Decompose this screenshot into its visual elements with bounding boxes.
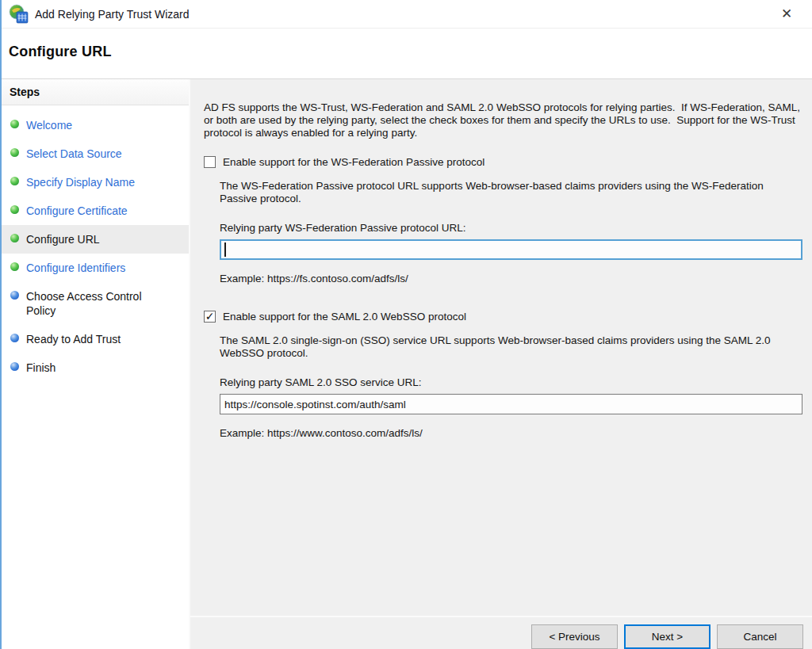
next-button[interactable]: Next > bbox=[624, 624, 710, 649]
step-label: Ready to Add Trust bbox=[26, 332, 121, 346]
saml-url-field bbox=[220, 394, 802, 414]
wsfed-url-input[interactable] bbox=[220, 239, 802, 260]
sidebar-step[interactable]: Welcome bbox=[2, 111, 189, 139]
step-bullet-icon bbox=[10, 234, 19, 242]
steps-sidebar: Steps WelcomeSelect Data SourceSpecify D… bbox=[2, 79, 190, 649]
cancel-button[interactable]: Cancel bbox=[717, 624, 803, 649]
step-bullet-icon bbox=[10, 334, 19, 342]
button-bar: < Previous Next > Cancel bbox=[190, 616, 812, 649]
saml-url-label: Relying party SAML 2.0 SSO service URL: bbox=[220, 376, 802, 388]
step-label: Specify Display Name bbox=[26, 175, 135, 189]
sidebar-step[interactable]: Choose Access Control Policy bbox=[2, 282, 189, 325]
wizard-content: AD FS supports the WS-Trust, WS-Federati… bbox=[190, 79, 812, 616]
sidebar-step[interactable]: Select Data Source bbox=[2, 139, 189, 168]
wsfed-checkbox-row[interactable]: Enable support for the WS-Federation Pas… bbox=[204, 156, 802, 168]
sidebar-step[interactable]: Specify Display Name bbox=[2, 168, 189, 197]
saml-url-input[interactable] bbox=[220, 394, 802, 414]
step-bullet-icon bbox=[10, 205, 19, 214]
steps-header: Steps bbox=[2, 79, 189, 105]
page-title: Configure URL bbox=[9, 44, 812, 60]
wsfed-url-field bbox=[220, 239, 802, 260]
sidebar-step[interactable]: Ready to Add Trust bbox=[2, 325, 189, 353]
sidebar-step[interactable]: Configure Identifiers bbox=[2, 254, 189, 282]
window-title: Add Relying Party Trust Wizard bbox=[35, 8, 190, 21]
step-label: Configure Identifiers bbox=[26, 261, 125, 275]
saml-description: The SAML 2.0 single-sign-on (SSO) servic… bbox=[220, 334, 802, 359]
step-label: Configure Certificate bbox=[26, 204, 128, 218]
saml-checkbox-row[interactable]: ✓ Enable support for the SAML 2.0 WebSSO… bbox=[204, 311, 802, 323]
step-label: Choose Access Control Policy bbox=[26, 289, 151, 318]
wsfed-checkbox[interactable] bbox=[204, 156, 216, 168]
wsfed-description: The WS-Federation Passive protocol URL s… bbox=[220, 180, 802, 204]
sidebar-step[interactable]: Configure URL bbox=[2, 225, 189, 254]
saml-checkbox-label[interactable]: Enable support for the SAML 2.0 WebSSO p… bbox=[223, 311, 466, 323]
saml-checkbox[interactable]: ✓ bbox=[204, 311, 216, 323]
step-bullet-icon bbox=[10, 120, 19, 128]
step-label: Welcome bbox=[26, 118, 72, 132]
step-bullet-icon bbox=[10, 177, 19, 185]
step-label: Configure URL bbox=[26, 232, 100, 246]
sidebar-step[interactable]: Finish bbox=[2, 353, 189, 382]
step-bullet-icon bbox=[10, 362, 19, 371]
page-header: Configure URL bbox=[2, 29, 812, 78]
intro-text: AD FS supports the WS-Trust, WS-Federati… bbox=[204, 101, 802, 139]
steps-list: WelcomeSelect Data SourceSpecify Display… bbox=[2, 111, 189, 382]
title-bar: Add Relying Party Trust Wizard ✕ bbox=[2, 0, 812, 29]
step-bullet-icon bbox=[10, 291, 19, 300]
wizard-window: Add Relying Party Trust Wizard ✕ Configu… bbox=[0, 0, 812, 649]
wsfed-section: Enable support for the WS-Federation Pas… bbox=[204, 156, 802, 284]
adfs-app-icon bbox=[9, 4, 29, 25]
text-cursor bbox=[224, 242, 226, 257]
wsfed-example-text: Example: https://fs.contoso.com/adfs/ls/ bbox=[220, 273, 802, 284]
close-button[interactable]: ✕ bbox=[774, 2, 799, 26]
wsfed-checkbox-label[interactable]: Enable support for the WS-Federation Pas… bbox=[223, 156, 485, 168]
wsfed-url-label: Relying party WS-Federation Passive prot… bbox=[220, 222, 802, 234]
step-bullet-icon bbox=[10, 148, 19, 157]
close-icon: ✕ bbox=[781, 6, 792, 21]
step-label: Select Data Source bbox=[26, 147, 122, 161]
step-bullet-icon bbox=[10, 262, 19, 271]
previous-button[interactable]: < Previous bbox=[531, 624, 618, 649]
saml-section: ✓ Enable support for the SAML 2.0 WebSSO… bbox=[204, 311, 802, 439]
saml-example-text: Example: https://www.contoso.com/adfs/ls… bbox=[220, 427, 802, 439]
step-label: Finish bbox=[26, 361, 56, 375]
sidebar-step[interactable]: Configure Certificate bbox=[2, 197, 189, 225]
